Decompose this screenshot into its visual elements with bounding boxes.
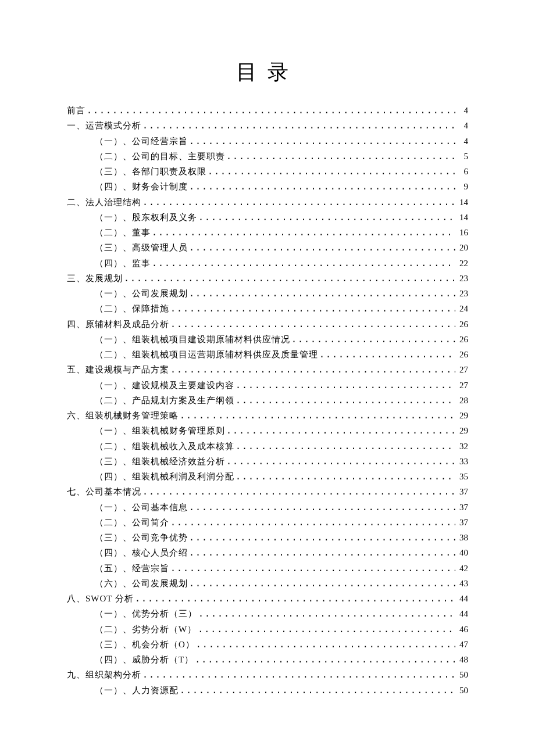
toc-entry: （二）、董事16 xyxy=(67,225,468,240)
toc-leader xyxy=(208,164,455,179)
toc-entry-label: 六、组装机械财务管理策略 xyxy=(67,408,179,423)
toc-list: 前言4一、运营模式分析4（一）、公司经营宗旨4（二）、公司的目标、主要职责5（三… xyxy=(67,103,468,698)
toc-entry-page: 29 xyxy=(456,408,468,423)
toc-leader xyxy=(198,622,455,637)
toc-entry-page: 38 xyxy=(456,530,468,545)
toc-entry: （一）、股东权利及义务14 xyxy=(67,210,468,225)
toc-leader xyxy=(135,591,455,606)
toc-leader xyxy=(198,606,455,621)
toc-entry: （二）、组装机械项目运营期原辅材料供应及质量管理26 xyxy=(67,347,468,362)
toc-entry: （二）、公司简介37 xyxy=(67,515,468,530)
toc-entry: （五）、经营宗旨42 xyxy=(67,561,468,576)
toc-entry-page: 6 xyxy=(456,164,468,179)
toc-entry-label: （三）、组装机械经济效益分析 xyxy=(95,454,225,469)
toc-entry-page: 4 xyxy=(456,118,468,133)
toc-entry-page: 42 xyxy=(456,561,468,576)
toc-leader xyxy=(170,362,455,377)
toc-entry-page: 27 xyxy=(456,362,468,377)
toc-entry-page: 26 xyxy=(456,347,468,362)
toc-entry-label: （一）、建设规模及主要建设内容 xyxy=(95,378,234,393)
toc-leader xyxy=(198,210,455,225)
toc-entry: 九、组织架构分析50 xyxy=(67,667,468,682)
toc-leader xyxy=(142,667,455,682)
toc-entry-label: （二）、产品规划方案及生产纲领 xyxy=(95,393,234,408)
toc-entry: （三）、公司竞争优势38 xyxy=(67,530,468,545)
toc-entry-label: 九、组织架构分析 xyxy=(67,667,141,682)
toc-entry-page: 9 xyxy=(456,179,468,194)
toc-leader xyxy=(142,118,455,133)
toc-entry-label: （三）、高级管理人员 xyxy=(95,240,188,255)
toc-entry: 二、法人治理结构14 xyxy=(67,195,468,210)
toc-leader xyxy=(319,347,455,362)
toc-leader xyxy=(226,423,455,438)
toc-entry-page: 37 xyxy=(456,515,468,530)
toc-entry: （一）、组装机械项目建设期原辅材料供应情况26 xyxy=(67,332,468,347)
toc-entry-page: 5 xyxy=(456,149,468,164)
toc-leader xyxy=(124,271,455,286)
toc-entry: （二）、组装机械收入及成本核算32 xyxy=(67,439,468,454)
toc-entry-page: 50 xyxy=(456,667,468,682)
toc-entry-page: 4 xyxy=(456,103,468,118)
toc-entry: 前言4 xyxy=(67,103,468,118)
toc-entry-page: 33 xyxy=(456,454,468,469)
toc-entry: （二）、劣势分析（W）46 xyxy=(67,622,468,637)
toc-entry: 八、SWOT 分析44 xyxy=(67,591,468,606)
toc-entry: （四）、威胁分析（T）48 xyxy=(67,652,468,667)
toc-entry-label: （三）、各部门职责及权限 xyxy=(95,164,206,179)
toc-leader xyxy=(142,484,455,499)
toc-entry: 三、发展规划23 xyxy=(67,271,468,286)
toc-entry-label: （二）、保障措施 xyxy=(95,301,169,316)
toc-entry-label: （二）、劣势分析（W） xyxy=(95,622,197,637)
toc-leader xyxy=(189,545,455,560)
toc-entry-page: 37 xyxy=(456,484,468,499)
toc-entry-label: （二）、组装机械收入及成本核算 xyxy=(95,439,234,454)
toc-entry-page: 22 xyxy=(456,256,468,271)
toc-leader xyxy=(170,301,455,316)
toc-entry-page: 44 xyxy=(456,591,468,606)
toc-entry: （一）、公司基本信息37 xyxy=(67,500,468,515)
toc-entry-label: （四）、财务会计制度 xyxy=(95,179,188,194)
toc-entry-page: 48 xyxy=(456,652,468,667)
toc-entry-page: 14 xyxy=(456,195,468,210)
toc-leader xyxy=(189,286,455,301)
toc-entry-label: （一）、公司基本信息 xyxy=(95,500,188,515)
toc-leader xyxy=(291,332,455,347)
toc-entry-label: （四）、威胁分析（T） xyxy=(95,652,194,667)
toc-entry-page: 46 xyxy=(456,622,468,637)
toc-leader xyxy=(152,256,455,271)
toc-leader xyxy=(196,637,455,652)
toc-entry: （一）、人力资源配50 xyxy=(67,683,468,698)
toc-entry-label: （四）、组装机械利润及利润分配 xyxy=(95,469,234,484)
toc-leader xyxy=(189,240,455,255)
toc-entry: （四）、财务会计制度9 xyxy=(67,179,468,194)
toc-entry-label: 三、发展规划 xyxy=(67,271,123,286)
toc-leader xyxy=(142,195,455,210)
toc-entry-page: 40 xyxy=(456,545,468,560)
toc-leader xyxy=(170,515,455,530)
toc-entry-page: 24 xyxy=(456,301,468,316)
toc-entry: （一）、优势分析（三）44 xyxy=(67,606,468,621)
toc-entry-page: 32 xyxy=(456,439,468,454)
toc-entry-page: 26 xyxy=(456,332,468,347)
toc-entry-page: 23 xyxy=(456,271,468,286)
toc-entry-page: 44 xyxy=(456,606,468,621)
toc-leader xyxy=(236,439,455,454)
toc-leader xyxy=(180,408,455,423)
toc-entry-label: （六）、公司发展规划 xyxy=(95,576,188,591)
toc-entry-label: （一）、优势分析（三） xyxy=(95,606,197,621)
toc-entry-label: 八、SWOT 分析 xyxy=(67,591,134,606)
toc-entry-label: （四）、核心人员介绍 xyxy=(95,545,188,560)
toc-leader xyxy=(189,530,455,545)
toc-entry: 一、运营模式分析4 xyxy=(67,118,468,133)
toc-entry: （三）、机会分析（O）47 xyxy=(67,637,468,652)
toc-leader xyxy=(189,500,455,515)
toc-entry: （二）、产品规划方案及生产纲领28 xyxy=(67,393,468,408)
toc-leader xyxy=(189,179,455,194)
toc-entry-page: 47 xyxy=(456,637,468,652)
toc-entry: （三）、高级管理人员20 xyxy=(67,240,468,255)
toc-entry: （三）、各部门职责及权限6 xyxy=(67,164,468,179)
toc-entry-label: （一）、股东权利及义务 xyxy=(95,210,197,225)
toc-entry-page: 50 xyxy=(456,683,468,698)
toc-leader xyxy=(189,576,455,591)
toc-entry: （一）、公司发展规划23 xyxy=(67,286,468,301)
